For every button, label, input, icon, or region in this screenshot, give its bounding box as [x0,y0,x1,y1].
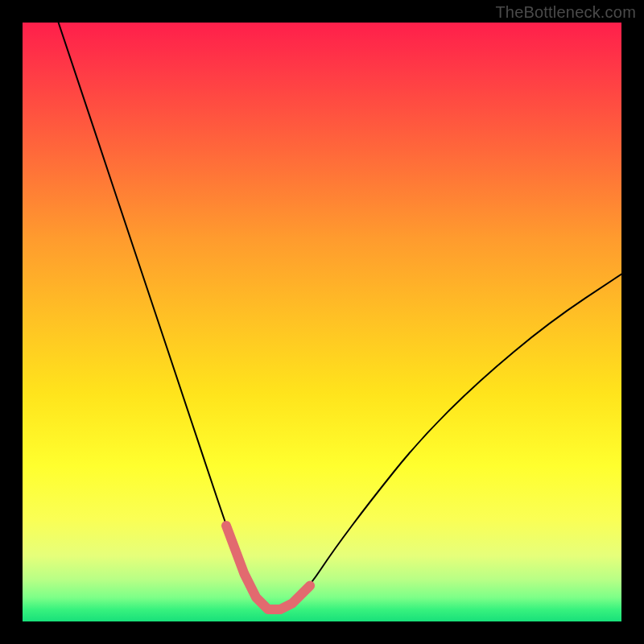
curve-layer [23,23,621,621]
curve-minimum-highlight [226,526,310,609]
watermark-text: TheBottleneck.com [495,3,636,22]
plot-area [23,23,621,621]
bottleneck-curve [59,23,621,609]
chart-frame: TheBottleneck.com [0,0,644,644]
